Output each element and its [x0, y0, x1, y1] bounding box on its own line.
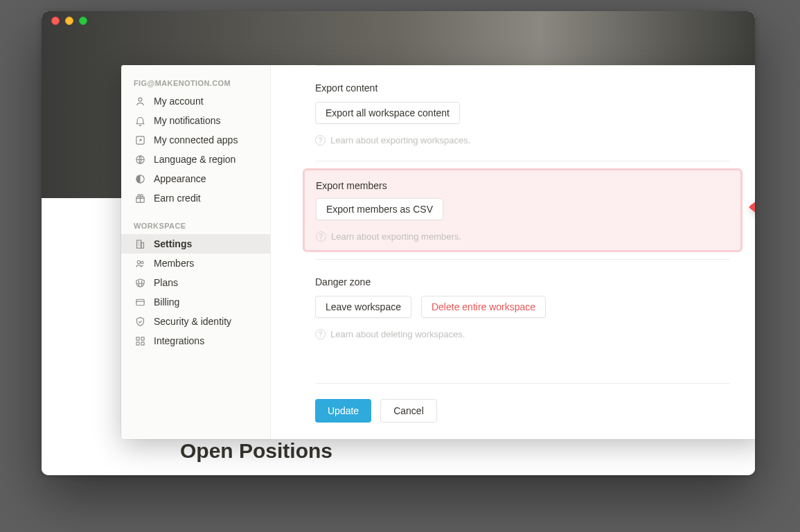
learn-text: Learn about exporting members. [331, 231, 461, 242]
plans-icon [134, 276, 146, 289]
svg-rect-11 [141, 337, 143, 339]
svg-point-0 [139, 98, 142, 101]
help-icon: ? [315, 135, 326, 145]
window-minimize-button[interactable] [65, 17, 73, 25]
export-members-csv-button[interactable]: Export members as CSV [316, 198, 443, 220]
sidebar-item-earn-credit[interactable]: Earn credit [121, 188, 270, 208]
export-all-content-button[interactable]: Export all workspace content [315, 102, 460, 124]
sidebar-item-label: Language & region [154, 154, 235, 165]
sidebar-item-label: Appearance [154, 173, 206, 184]
sidebar-item-label: My connected apps [154, 134, 238, 145]
settings-content: Export content Export all workspace cont… [271, 65, 755, 439]
sidebar-item-my-connected-apps[interactable]: My connected apps [121, 130, 270, 150]
learn-link-export-workspaces[interactable]: ? Learn about exporting workspaces. [315, 135, 730, 145]
help-icon: ? [315, 329, 326, 339]
svg-rect-5 [136, 240, 141, 247]
integrations-icon [134, 335, 146, 347]
cancel-button[interactable]: Cancel [380, 399, 437, 423]
sidebar-item-label: Security & identity [154, 316, 231, 327]
people-icon [134, 257, 146, 269]
section-danger-zone: Danger zone Leave workspace Delete entir… [315, 259, 730, 355]
titlebar [42, 11, 755, 30]
window-close-button[interactable] [51, 17, 60, 25]
page-title: Open Positions [180, 439, 332, 463]
help-icon: ? [316, 231, 326, 242]
learn-link-delete-workspaces[interactable]: ? Learn about deleting workspaces. [315, 329, 730, 339]
user-icon [134, 95, 146, 107]
sidebar-item-appearance[interactable]: Appearance [121, 169, 270, 188]
svg-rect-12 [136, 342, 139, 344]
sidebar-email-label: FIG@MAKENOTION.COM [121, 76, 270, 91]
svg-rect-9 [136, 299, 143, 305]
apps-icon [134, 134, 146, 146]
section-export-content: Export content Export all workspace cont… [315, 65, 730, 161]
settings-footer: Update Cancel [315, 383, 730, 423]
section-title: Export content [315, 82, 730, 94]
learn-text: Learn about exporting workspaces. [330, 135, 470, 145]
sidebar-item-my-account[interactable]: My account [121, 91, 270, 111]
svg-rect-13 [141, 342, 143, 344]
update-button[interactable]: Update [315, 399, 371, 423]
bell-icon [134, 114, 146, 127]
leave-workspace-button[interactable]: Leave workspace [315, 296, 411, 318]
section-title: Danger zone [315, 276, 730, 287]
sidebar-item-label: Earn credit [154, 193, 201, 204]
shield-icon [134, 315, 146, 328]
sidebar-item-label: Integrations [154, 335, 204, 346]
sidebar-item-settings[interactable]: Settings [121, 234, 270, 254]
sidebar-item-label: Members [154, 258, 194, 269]
sidebar-item-my-notifications[interactable]: My notifications [121, 111, 270, 130]
window-maximize-button[interactable] [79, 17, 87, 25]
mac-window: Open Positions FIG@MAKENOTION.COM My acc… [42, 11, 755, 475]
svg-point-7 [137, 260, 140, 263]
sidebar-item-label: Billing [154, 296, 179, 308]
globe-icon [134, 153, 146, 166]
settings-modal: FIG@MAKENOTION.COM My account My notific… [121, 65, 755, 439]
delete-workspace-button[interactable]: Delete entire workspace [421, 296, 546, 318]
sidebar-item-label: Plans [154, 277, 178, 288]
sidebar-workspace-label: WORKSPACE [121, 219, 270, 234]
gift-icon [134, 192, 146, 204]
moon-icon [134, 172, 146, 185]
arrow-icon [743, 193, 755, 224]
settings-sidebar: FIG@MAKENOTION.COM My account My notific… [121, 65, 271, 439]
sidebar-item-plans[interactable]: Plans [121, 273, 270, 292]
svg-point-8 [141, 261, 143, 264]
section-title: Export members [316, 180, 729, 191]
export-members-highlight: Export members Export members as CSV ? L… [303, 168, 743, 252]
sidebar-item-integrations[interactable]: Integrations [121, 331, 270, 351]
learn-text: Learn about deleting workspaces. [330, 329, 465, 339]
sidebar-item-billing[interactable]: Billing [121, 292, 270, 312]
sidebar-item-language-region[interactable]: Language & region [121, 150, 270, 169]
svg-rect-6 [141, 242, 143, 248]
sidebar-item-members[interactable]: Members [121, 254, 270, 273]
building-icon [134, 238, 146, 250]
sidebar-item-label: My account [154, 96, 204, 107]
sidebar-item-label: Settings [154, 238, 192, 249]
sidebar-item-security-identity[interactable]: Security & identity [121, 312, 270, 331]
sidebar-item-label: My notifications [154, 115, 220, 126]
card-icon [134, 296, 146, 308]
section-export-members: Export members Export members as CSV ? L… [315, 161, 730, 259]
svg-rect-10 [136, 337, 139, 339]
learn-link-export-members[interactable]: ? Learn about exporting members. [316, 231, 729, 242]
